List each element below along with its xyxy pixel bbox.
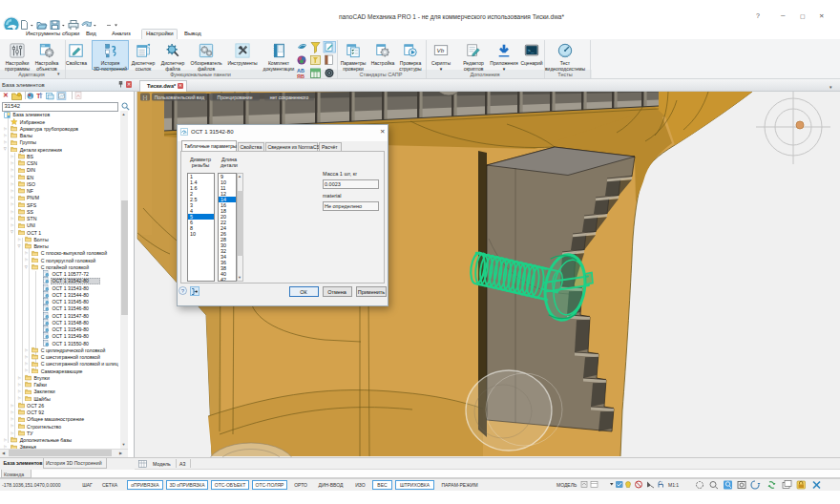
svg-text:нет сохраненного: нет сохраненного bbox=[270, 94, 309, 100]
svg-text:Проецирование: Проецирование bbox=[218, 94, 253, 100]
svg-text:1: 1 bbox=[661, 481, 662, 485]
svg-text:Vb: Vb bbox=[437, 47, 445, 53]
svg-text:Пользовательский вид: Пользовательский вид bbox=[155, 94, 205, 100]
svg-text:ЯВ: ЯВ bbox=[297, 74, 304, 79]
svg-text:>_: >_ bbox=[528, 47, 535, 53]
svg-text:[-]: [-] bbox=[143, 94, 148, 100]
